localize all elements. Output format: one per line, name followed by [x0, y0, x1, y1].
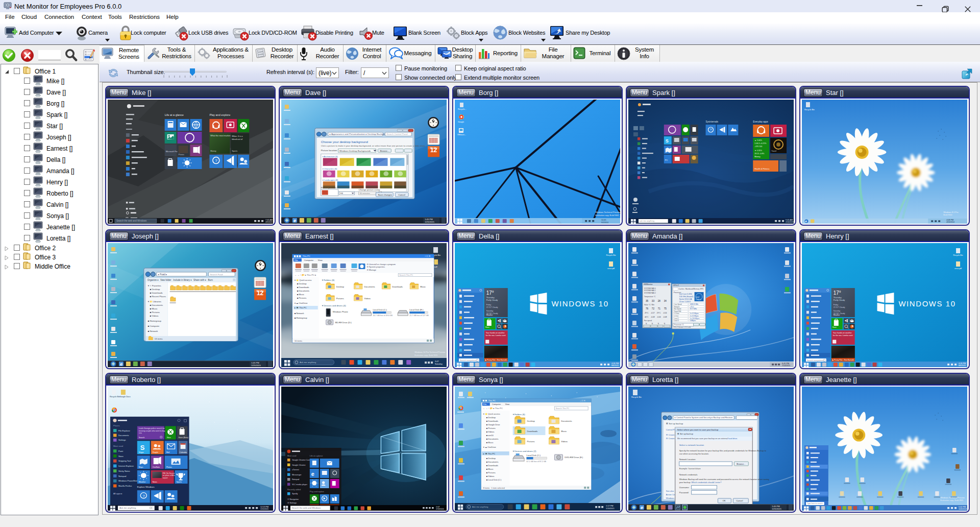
svg-text:your backup. Which credentials: your backup. Which credentials should I … [679, 481, 722, 484]
svg-text:Photos: Photos [166, 466, 172, 468]
svg-text:Paint: Paint [118, 450, 124, 452]
svg-text:Skype: Skype [139, 451, 144, 453]
svg-text:Username:: Username: [679, 486, 690, 489]
svg-text:Search Fuad: Search Fuad [210, 273, 223, 276]
svg-text:-0.54: -0.54 [663, 312, 667, 314]
svg-text:CPU-Z: CPU-Z [673, 284, 679, 286]
svg-text:Photos: Photos [179, 154, 184, 156]
svg-text:intel: intel [696, 296, 700, 298]
svg-text:Notepad: Notepad [292, 478, 299, 481]
svg-text:Life at a glance: Life at a glance [165, 113, 184, 116]
svg-text:Sysinternals: Sysinternals [706, 121, 719, 123]
svg-text:Processor #1: Processor #1 [674, 324, 684, 326]
svg-text:Temperature °C: Temperature °C [644, 296, 656, 298]
svg-text:⚙ Settings: ⚙ Settings [287, 502, 297, 504]
svg-text:?: ? [215, 158, 217, 163]
svg-text:Thursday: Thursday [486, 297, 495, 299]
svg-text:▾ Characters (6): ▾ Characters (6) [323, 168, 337, 170]
svg-text:Downloads: Downloads [527, 430, 538, 433]
svg-text:News: News [153, 481, 157, 483]
svg-text:Google Docs: Google Docs [119, 396, 131, 398]
svg-text:airport: airport [163, 477, 168, 479]
svg-text:■ Music: ■ Music [297, 293, 304, 296]
svg-text:4/9/2015: 4/9/2015 [265, 221, 273, 223]
svg-text:Windows Backup will need the u: Windows Backup will need the username an… [679, 478, 769, 481]
svg-text:S: S [666, 138, 669, 143]
svg-text:▸ 💻 This PC: ▸ 💻 This PC [483, 452, 495, 455]
svg-text:22 nm / 1.056 V: 22 nm / 1.056 V [679, 301, 691, 303]
svg-text:e: e [293, 218, 296, 223]
svg-text:1/25/2015: 1/25/2015 [251, 364, 261, 367]
svg-text:Picture position:: Picture position: [321, 186, 337, 189]
svg-text:☰ Navigation: ☰ Navigation [287, 498, 299, 500]
svg-text:Ask me anything: Ask me anything [119, 507, 136, 509]
svg-text:■ Pictures: ■ Pictures [297, 297, 306, 299]
svg-text:See also: See also [666, 490, 674, 492]
svg-text:Evaluation copy. Build 9926: Evaluation copy. Build 9926 [414, 354, 437, 356]
svg-text:Search This PC: Search This PC [399, 274, 413, 276]
svg-text:8 items 1 item selected: 8 items 1 item selected [483, 487, 505, 489]
svg-text:Bus Speed: Bus Speed [674, 308, 681, 310]
svg-text:Money: Money [754, 156, 760, 158]
svg-text:File Explorer: File Explorer [118, 429, 131, 432]
svg-text:■ Desktop: ■ Desktop [150, 288, 160, 291]
svg-text:use when accessing the locatio: use when accessing the location. [679, 452, 709, 455]
svg-text:72: 72 [652, 307, 655, 310]
svg-text:Memory: Memory [694, 288, 700, 290]
svg-text:99.77 MHz: 99.77 MHz [690, 308, 697, 310]
svg-text:Money: Money [210, 150, 216, 152]
svg-text:Monday: Monday [256, 290, 263, 292]
svg-text:4/16/2014: 4/16/2014 [946, 221, 954, 223]
svg-text:29°C: 29°C [645, 312, 649, 314]
svg-text:9/2/2014: 9/2/2014 [601, 222, 608, 224]
svg-text:Music: Music [561, 430, 567, 433]
svg-text:■ Recent Places: ■ Recent Places [150, 295, 166, 298]
svg-text:Computer: Computer [304, 259, 314, 261]
svg-text:🛠 Set up backup: 🛠 Set up backup [677, 433, 694, 435]
svg-text:Mail: Mail [166, 451, 170, 453]
svg-text:Windows 10 Pro Technical Previ: Windows 10 Pro Technical Preview [414, 351, 445, 353]
svg-text:Internet Explorer: Internet Explorer [118, 465, 134, 467]
svg-text:BD-RE Drive (D:): BD-RE Drive (D:) [335, 321, 352, 324]
svg-text:3.30 GHz (Haswell): 3.30 GHz (Haswell) [679, 296, 694, 298]
svg-text:Evaluation copy. Build 9841: Evaluation copy. Build 9841 [940, 499, 963, 501]
svg-text:21.7 GB free of 127 GB: 21.7 GB free of 127 GB [409, 315, 429, 317]
svg-text:Settings: Settings [118, 439, 126, 441]
svg-text:1.06.3 +0.21%: 1.06.3 +0.21% [754, 142, 767, 145]
svg-text:■ Videos: ■ Videos [486, 475, 495, 477]
svg-text:ask me anything: ask me anything [640, 220, 654, 222]
svg-text:What the most market...: What the most market... [210, 134, 232, 137]
svg-text:blend out of: blend out of [232, 138, 243, 140]
svg-text:■ Videos: ■ Videos [150, 315, 159, 317]
svg-text:Monday: Monday [430, 147, 437, 149]
svg-text:WINDOWS 10: WINDOWS 10 [551, 299, 608, 308]
svg-text:Store (Beta): Store (Beta) [179, 437, 188, 439]
svg-text:Google: Google [458, 121, 464, 123]
svg-text:Fan speed: Fan speed [644, 320, 652, 322]
svg-text:View: View [505, 403, 510, 405]
svg-text:Search everywhere: Search everywhere [460, 360, 477, 362]
svg-text:1/15/2015: 1/15/2015 [260, 508, 268, 510]
svg-text:We recommend that you save you: We recommend that you save your backup o… [677, 437, 738, 440]
svg-text:⚙ Manage: ⚙ Manage [366, 269, 376, 271]
svg-text:44°C: 44°C [645, 316, 649, 318]
svg-text:CPU-Z Version 1.72.1.x64: CPU-Z Version 1.72.1.x64 [673, 326, 691, 328]
svg-text:-0.57: -0.57 [651, 312, 655, 314]
svg-text:e: e [311, 471, 314, 477]
svg-text:S: S [140, 444, 145, 451]
svg-text:+376 100: +376 100 [754, 146, 762, 148]
svg-text:sea: sea [139, 433, 142, 435]
svg-text:Evaluation copy. Build 9841: Evaluation copy. Build 9841 [595, 214, 619, 217]
svg-text:-0.06: -0.06 [657, 316, 661, 318]
svg-text:Local Disk (C:): Local Disk (C:) [527, 454, 541, 457]
svg-text:76: 76 [646, 307, 649, 310]
svg-text:Downloads: Downloads [392, 285, 403, 288]
svg-text:Thursday: Thursday [834, 297, 842, 299]
svg-text:Password:: Password: [679, 491, 689, 494]
svg-text:▾ Landscapes (6): ▾ Landscapes (6) [323, 179, 338, 181]
svg-text:Socket 1150 LGA: Socket 1150 LGA [679, 298, 693, 300]
svg-text:Search Control Panel: Search Control Panel [386, 133, 408, 136]
svg-text:Recycle Bin: Recycle Bin [631, 396, 642, 398]
svg-text:Friday: Friday [834, 304, 839, 306]
svg-text:-0.08: -0.08 [651, 316, 655, 318]
